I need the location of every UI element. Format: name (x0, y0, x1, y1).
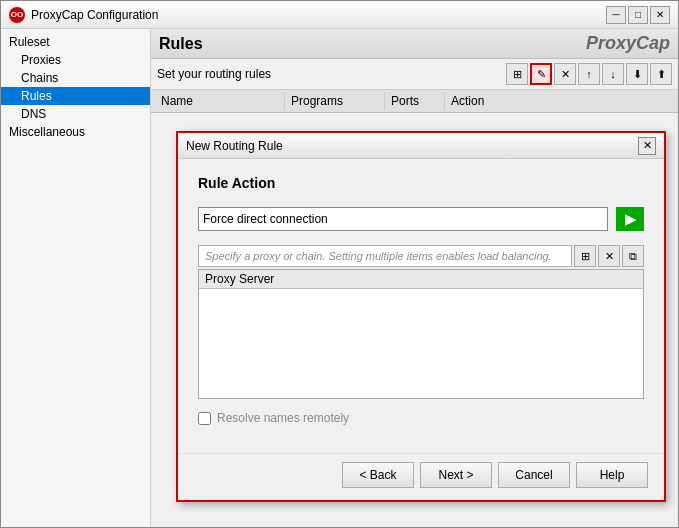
app-icon: OO (9, 7, 25, 23)
main-window: OO ProxyCap Configuration ─ □ ✕ Ruleset … (0, 0, 679, 528)
col-header-name: Name (155, 92, 285, 110)
action-dropdown-wrapper: Force direct connection Connect through … (198, 207, 608, 231)
resolve-names-checkbox[interactable] (198, 412, 211, 425)
action-dropdown-row: Force direct connection Connect through … (198, 207, 644, 231)
proxy-server-col-header: Proxy Server (205, 272, 274, 286)
resolve-names-label: Resolve names remotely (217, 411, 349, 425)
resolve-names-row: Resolve names remotely (198, 411, 644, 425)
sidebar-item-ruleset[interactable]: Ruleset (1, 33, 150, 51)
proxy-table: Proxy Server (198, 269, 644, 399)
help-button[interactable]: Help (576, 462, 648, 488)
sidebar-item-proxies[interactable]: Proxies (1, 51, 150, 69)
import-button[interactable]: ⬇ (626, 63, 648, 85)
sidebar-item-chains[interactable]: Chains (1, 69, 150, 87)
sidebar-item-dns[interactable]: DNS (1, 105, 150, 123)
proxycap-brand: ProxyCap (586, 33, 670, 54)
proxy-table-header: Proxy Server (199, 270, 643, 289)
dialog-content: Rule Action Force direct connection Conn… (178, 159, 664, 453)
maximize-button[interactable]: □ (628, 6, 648, 24)
minimize-button[interactable]: ─ (606, 6, 626, 24)
dialog-close-button[interactable]: ✕ (638, 137, 656, 155)
dialog-footer: < Back Next > Cancel Help (178, 453, 664, 500)
rules-toolbar: Set your routing rules ⊞ ✎ ✕ ↑ ↓ ⬇ ⬆ (151, 59, 678, 90)
dialog-title-bar: New Routing Rule ✕ (178, 133, 664, 159)
dialog-title: New Routing Rule (186, 139, 638, 153)
move-down-button[interactable]: ↓ (602, 63, 624, 85)
window-controls: ─ □ ✕ (606, 6, 670, 24)
delete-proxy-button[interactable]: ✕ (598, 245, 620, 267)
add-proxy-button[interactable]: ⊞ (574, 245, 596, 267)
proxy-hint-label: Specify a proxy or chain. Setting multip… (198, 245, 572, 267)
rule-action-title: Rule Action (198, 175, 644, 191)
next-button[interactable]: Next > (420, 462, 492, 488)
close-button[interactable]: ✕ (650, 6, 670, 24)
delete-rule-button[interactable]: ✕ (554, 63, 576, 85)
proxy-toolbar: Specify a proxy or chain. Setting multip… (198, 245, 644, 267)
back-button[interactable]: < Back (342, 462, 414, 488)
table-header: Name Programs Ports Action (151, 90, 678, 113)
app-title: ProxyCap Configuration (31, 8, 606, 22)
cancel-button[interactable]: Cancel (498, 462, 570, 488)
sidebar-item-miscellaneous[interactable]: Miscellaneous (1, 123, 150, 141)
apply-action-button[interactable]: ▶ (616, 207, 644, 231)
rules-header: Rules ProxyCap (151, 29, 678, 59)
move-up-button[interactable]: ↑ (578, 63, 600, 85)
sidebar: Ruleset Proxies Chains Rules DNS Miscell… (1, 29, 151, 527)
sidebar-item-rules[interactable]: Rules (1, 87, 150, 105)
col-header-action: Action (445, 92, 674, 110)
toolbar-label: Set your routing rules (157, 67, 504, 81)
title-bar: OO ProxyCap Configuration ─ □ ✕ (1, 1, 678, 29)
rules-title: Rules (159, 35, 203, 53)
action-dropdown[interactable]: Force direct connection Connect through … (198, 207, 608, 231)
edit-rule-button[interactable]: ✎ (530, 63, 552, 85)
proxy-table-body (199, 289, 643, 389)
col-header-programs: Programs (285, 92, 385, 110)
col-header-ports: Ports (385, 92, 445, 110)
add-rule-button[interactable]: ⊞ (506, 63, 528, 85)
export-button[interactable]: ⬆ (650, 63, 672, 85)
new-routing-rule-dialog: New Routing Rule ✕ Rule Action Force dir… (176, 131, 666, 502)
clone-proxy-button[interactable]: ⧉ (622, 245, 644, 267)
